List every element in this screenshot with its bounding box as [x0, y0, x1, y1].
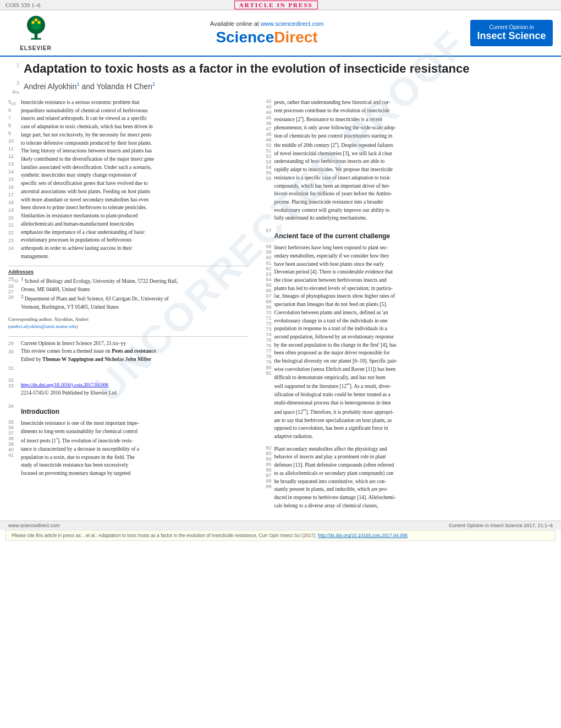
cois-label: COIS 339 1–6: [6, 2, 41, 8]
article-in-press-banner: ARTICLE IN PRESS: [41, 2, 512, 8]
main-content: 1 3 4₀₁ Adaptation to toxic hosts as a f…: [0, 57, 561, 510]
article-title: Adaptation to toxic hosts as a factor in…: [24, 61, 470, 77]
ancient-face-heading: Ancient face of the current challenge: [274, 232, 391, 240]
bottom-bar: www.sciencedirect.com Current Opinion in…: [0, 521, 561, 530]
ancient-face-text: Insect herbivores have long been exposed…: [274, 244, 398, 441]
sciencedirect-logo: ScienceDirect: [69, 29, 465, 46]
svg-point-6: [34, 18, 37, 21]
svg-rect-2: [31, 38, 41, 40]
authors-section: Andrei Alyokhin1 and Yolanda H Chen2: [24, 79, 470, 96]
addresses-title: Addresses: [8, 269, 249, 275]
plant-metabolites-section: 8283848586878889 Plant secondary metabol…: [260, 445, 553, 510]
journal-badge: Current Opinion in Insect Science: [470, 20, 553, 47]
top-bar: COIS 339 1–6 ARTICLE IN PRESS: [0, 0, 561, 10]
corresponding-author: Corresponding author: Alyokhin, Andrei (…: [8, 316, 249, 331]
abstract-block: 503 678910 1112131415 1617181920 2122232…: [8, 98, 249, 260]
title-line-numbers: 1 3 4₀₁: [8, 61, 19, 96]
authors-text: Andrei Alyokhin1 and Yolanda H Chen2: [24, 81, 155, 91]
elsevier-logo: ELSEVIER: [8, 15, 63, 51]
intro-text: Insecticide resistance is one of the mos…: [21, 419, 139, 477]
right-column: 424344454647 484950515253 545556 pests, …: [260, 98, 553, 510]
review-note: This review comes from a themed issue on…: [21, 347, 156, 355]
plant-metabolites-text: Plant secondary metabolites affect the p…: [274, 445, 396, 510]
doi-link: http://dx.doi.org/10.1016/j.cois.2017.04…: [21, 382, 118, 387]
left-column: 503 678910 1112131415 1617181920 2122232…: [8, 98, 249, 510]
journal-citation: Current Opinion in Insect Science 2017, …: [21, 340, 156, 348]
doi-anchor[interactable]: http://dx.doi.org/10.1016/j.cois.2017.04…: [21, 382, 108, 387]
introduction-section: 34 Introduction 35363738394041 Insectici…: [8, 403, 249, 477]
available-online-text: Available online at www.sciencedirect.co…: [69, 20, 465, 27]
article-in-press-text: ARTICLE IN PRESS: [234, 1, 318, 9]
two-column-layout: 503 678910 1112131415 1617181920 2122232…: [8, 98, 553, 510]
doi-section: 3233 http://dx.doi.org/10.1016/j.cois.20…: [8, 377, 249, 397]
edited-by: Edited by Thomas W Sappington and Nichol…: [21, 355, 156, 364]
email-link[interactable]: andrei.alyokhin@umit.maine.edu: [10, 324, 76, 329]
footer-website: www.sciencedirect.com: [8, 523, 60, 528]
sciencedirect-area: Available online at www.sciencedirect.co…: [69, 20, 465, 46]
insect-science-label: Insect Science: [477, 30, 546, 42]
elsevier-tree-icon: [21, 15, 51, 45]
footer-journal-issue: Current Opinion in Insect Science 2017, …: [449, 523, 553, 528]
ancient-face-section: 57 Ancient face of the current challenge…: [260, 228, 553, 441]
current-opinion-label: Current Opinion in: [477, 24, 546, 30]
line-numbers-abstract: 503 678910 1112131415 1617181920 2122232…: [8, 98, 18, 260]
article-title-section: 1 3 4₀₁ Adaptation to toxic hosts as a f…: [8, 57, 553, 98]
citation-note: Please cite this article in press as: , …: [6, 530, 556, 541]
address-block: 2502 262728 1 School of Biology and Ecol…: [8, 276, 249, 311]
svg-point-5: [37, 21, 41, 24]
abstract-text: Insecticide resistance is a serious econ…: [21, 98, 154, 260]
addresses-section: Addresses 2502 262728 1 School of Biolog…: [8, 266, 249, 311]
introduction-heading: Introduction: [21, 408, 59, 415]
elsevier-text: ELSEVIER: [20, 45, 51, 51]
address-text: 1 School of Biology and Ecology, Univers…: [21, 276, 178, 311]
svg-point-4: [31, 21, 35, 24]
header-section: ELSEVIER Available online at www.science…: [0, 10, 561, 57]
right-col-intro-cont: 424344454647 484950515253 545556 pests, …: [260, 98, 553, 222]
footer-doi-link[interactable]: http://dx.doi.org/10.1016/j.cois.2017.04…: [318, 533, 408, 538]
right-col-intro-text: pests, rather than understanding how his…: [274, 98, 396, 222]
journal-info: 2930 31 Current Opinion in Insect Scienc…: [8, 336, 249, 373]
website-link[interactable]: www.sciencedirect.com: [261, 20, 323, 27]
issn-text: 2214-5745/© 2016 Published by Elsevier L…: [21, 389, 118, 397]
